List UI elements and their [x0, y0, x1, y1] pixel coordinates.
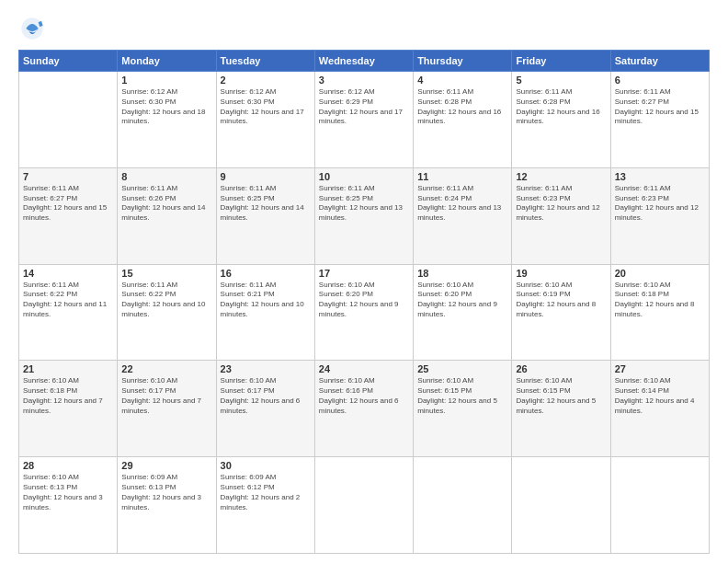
day-number: 30: [221, 460, 311, 471]
day-info: Sunrise: 6:11 AMSunset: 6:28 PMDaylight:…: [516, 87, 606, 127]
day-number: 13: [615, 171, 705, 182]
calendar-header-sunday: Sunday: [19, 51, 118, 72]
calendar-cell: 30Sunrise: 6:09 AMSunset: 6:12 PMDayligh…: [216, 457, 314, 554]
day-info: Sunrise: 6:10 AMSunset: 6:17 PMDaylight:…: [221, 376, 311, 416]
day-info: Sunrise: 6:11 AMSunset: 6:23 PMDaylight:…: [615, 184, 705, 224]
logo: [18, 15, 50, 42]
calendar-cell: 12Sunrise: 6:11 AMSunset: 6:23 PMDayligh…: [512, 167, 610, 264]
calendar-cell: 23Sunrise: 6:10 AMSunset: 6:17 PMDayligh…: [216, 361, 314, 457]
day-number: 11: [417, 171, 507, 182]
day-info: Sunrise: 6:12 AMSunset: 6:29 PMDaylight:…: [319, 87, 409, 127]
header: [18, 15, 710, 42]
day-info: Sunrise: 6:11 AMSunset: 6:25 PMDaylight:…: [319, 184, 409, 224]
day-info: Sunrise: 6:10 AMSunset: 6:14 PMDaylight:…: [615, 376, 705, 416]
day-info: Sunrise: 6:10 AMSunset: 6:19 PMDaylight:…: [516, 281, 606, 320]
day-info: Sunrise: 6:11 AMSunset: 6:26 PMDaylight:…: [121, 184, 211, 224]
logo-icon: [18, 15, 46, 42]
calendar-cell: 20Sunrise: 6:10 AMSunset: 6:18 PMDayligh…: [610, 264, 709, 361]
calendar-week-2: 7Sunrise: 6:11 AMSunset: 6:27 PMDaylight…: [19, 167, 710, 264]
calendar-cell: 2Sunrise: 6:12 AMSunset: 6:30 PMDaylight…: [216, 72, 314, 168]
day-number: 3: [319, 75, 409, 86]
calendar-cell: 9Sunrise: 6:11 AMSunset: 6:25 PMDaylight…: [216, 167, 314, 264]
day-number: 28: [23, 460, 113, 471]
day-info: Sunrise: 6:11 AMSunset: 6:23 PMDaylight:…: [516, 184, 606, 224]
calendar-cell: 4Sunrise: 6:11 AMSunset: 6:28 PMDaylight…: [414, 72, 512, 168]
day-number: 14: [23, 268, 113, 279]
page: SundayMondayTuesdayWednesdayThursdayFrid…: [0, 0, 728, 563]
calendar-cell: 24Sunrise: 6:10 AMSunset: 6:16 PMDayligh…: [314, 361, 413, 457]
day-number: 8: [121, 171, 211, 182]
calendar-header-wednesday: Wednesday: [314, 51, 413, 72]
day-info: Sunrise: 6:10 AMSunset: 6:16 PMDaylight:…: [319, 376, 409, 416]
day-info: Sunrise: 6:11 AMSunset: 6:22 PMDaylight:…: [23, 281, 113, 320]
calendar-cell: 15Sunrise: 6:11 AMSunset: 6:22 PMDayligh…: [118, 264, 216, 361]
day-info: Sunrise: 6:11 AMSunset: 6:28 PMDaylight:…: [417, 87, 507, 127]
day-number: 24: [319, 363, 409, 374]
day-number: 1: [121, 75, 211, 86]
calendar-cell: 5Sunrise: 6:11 AMSunset: 6:28 PMDaylight…: [512, 72, 610, 168]
day-number: 29: [121, 460, 211, 471]
calendar-cell: 19Sunrise: 6:10 AMSunset: 6:19 PMDayligh…: [512, 264, 610, 361]
day-info: Sunrise: 6:10 AMSunset: 6:20 PMDaylight:…: [319, 281, 409, 320]
day-info: Sunrise: 6:11 AMSunset: 6:24 PMDaylight:…: [417, 184, 507, 224]
calendar-cell: 29Sunrise: 6:09 AMSunset: 6:13 PMDayligh…: [118, 457, 216, 554]
calendar-cell: 1Sunrise: 6:12 AMSunset: 6:30 PMDaylight…: [118, 72, 216, 168]
day-info: Sunrise: 6:10 AMSunset: 6:15 PMDaylight:…: [417, 376, 507, 416]
day-info: Sunrise: 6:12 AMSunset: 6:30 PMDaylight:…: [221, 87, 311, 127]
day-number: 17: [319, 268, 409, 279]
calendar-week-4: 21Sunrise: 6:10 AMSunset: 6:18 PMDayligh…: [19, 361, 710, 457]
day-info: Sunrise: 6:11 AMSunset: 6:22 PMDaylight:…: [121, 281, 211, 320]
day-info: Sunrise: 6:10 AMSunset: 6:20 PMDaylight:…: [417, 281, 507, 320]
day-number: 18: [417, 268, 507, 279]
day-info: Sunrise: 6:11 AMSunset: 6:27 PMDaylight:…: [615, 87, 705, 127]
calendar-table: SundayMondayTuesdayWednesdayThursdayFrid…: [18, 50, 710, 554]
calendar-cell: 10Sunrise: 6:11 AMSunset: 6:25 PMDayligh…: [314, 167, 413, 264]
day-number: 26: [516, 363, 606, 374]
calendar-cell: [610, 457, 709, 554]
calendar-cell: 16Sunrise: 6:11 AMSunset: 6:21 PMDayligh…: [216, 264, 314, 361]
calendar-header-friday: Friday: [512, 51, 610, 72]
day-info: Sunrise: 6:11 AMSunset: 6:21 PMDaylight:…: [221, 281, 311, 320]
calendar-cell: 7Sunrise: 6:11 AMSunset: 6:27 PMDaylight…: [19, 167, 118, 264]
day-info: Sunrise: 6:10 AMSunset: 6:17 PMDaylight:…: [121, 376, 211, 416]
day-number: 20: [615, 268, 705, 279]
calendar-week-1: 1Sunrise: 6:12 AMSunset: 6:30 PMDaylight…: [19, 72, 710, 168]
day-number: 19: [516, 268, 606, 279]
calendar-header-thursday: Thursday: [414, 51, 512, 72]
day-number: 15: [121, 268, 211, 279]
day-info: Sunrise: 6:09 AMSunset: 6:12 PMDaylight:…: [221, 473, 311, 512]
calendar-header-monday: Monday: [118, 51, 216, 72]
calendar-cell: [414, 457, 512, 554]
calendar-cell: 26Sunrise: 6:10 AMSunset: 6:15 PMDayligh…: [512, 361, 610, 457]
calendar-cell: 22Sunrise: 6:10 AMSunset: 6:17 PMDayligh…: [118, 361, 216, 457]
day-number: 27: [615, 363, 705, 374]
day-number: 6: [615, 75, 705, 86]
calendar-cell: 25Sunrise: 6:10 AMSunset: 6:15 PMDayligh…: [414, 361, 512, 457]
day-number: 16: [221, 268, 311, 279]
day-info: Sunrise: 6:09 AMSunset: 6:13 PMDaylight:…: [121, 473, 211, 512]
calendar-cell: 18Sunrise: 6:10 AMSunset: 6:20 PMDayligh…: [414, 264, 512, 361]
calendar-cell: 14Sunrise: 6:11 AMSunset: 6:22 PMDayligh…: [19, 264, 118, 361]
calendar-cell: 17Sunrise: 6:10 AMSunset: 6:20 PMDayligh…: [314, 264, 413, 361]
calendar-cell: 11Sunrise: 6:11 AMSunset: 6:24 PMDayligh…: [414, 167, 512, 264]
calendar-week-3: 14Sunrise: 6:11 AMSunset: 6:22 PMDayligh…: [19, 264, 710, 361]
calendar-cell: 6Sunrise: 6:11 AMSunset: 6:27 PMDaylight…: [610, 72, 709, 168]
calendar-cell: 3Sunrise: 6:12 AMSunset: 6:29 PMDaylight…: [314, 72, 413, 168]
calendar-cell: [512, 457, 610, 554]
calendar-header-tuesday: Tuesday: [216, 51, 314, 72]
day-number: 12: [516, 171, 606, 182]
day-info: Sunrise: 6:12 AMSunset: 6:30 PMDaylight:…: [121, 87, 211, 127]
day-number: 25: [417, 363, 507, 374]
day-info: Sunrise: 6:10 AMSunset: 6:13 PMDaylight:…: [23, 473, 113, 512]
day-info: Sunrise: 6:10 AMSunset: 6:18 PMDaylight:…: [615, 281, 705, 320]
day-info: Sunrise: 6:11 AMSunset: 6:25 PMDaylight:…: [221, 184, 311, 224]
day-number: 23: [221, 363, 311, 374]
day-info: Sunrise: 6:11 AMSunset: 6:27 PMDaylight:…: [23, 184, 113, 224]
day-number: 22: [121, 363, 211, 374]
calendar-week-5: 28Sunrise: 6:10 AMSunset: 6:13 PMDayligh…: [19, 457, 710, 554]
calendar-cell: 8Sunrise: 6:11 AMSunset: 6:26 PMDaylight…: [118, 167, 216, 264]
day-number: 4: [417, 75, 507, 86]
calendar-cell: 27Sunrise: 6:10 AMSunset: 6:14 PMDayligh…: [610, 361, 709, 457]
day-number: 9: [221, 171, 311, 182]
calendar-header-row: SundayMondayTuesdayWednesdayThursdayFrid…: [19, 51, 710, 72]
